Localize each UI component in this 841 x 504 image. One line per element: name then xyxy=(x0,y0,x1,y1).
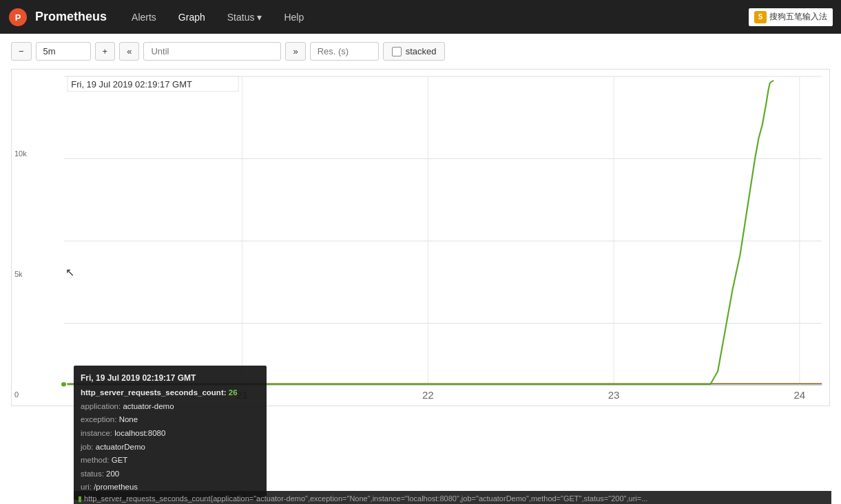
tooltip-val-instance: localhost:8080 xyxy=(114,429,165,437)
tooltip-field-instance: instance: localhost:8080 xyxy=(81,427,260,441)
svg-text:Fri, 19 Jul 2019 02:19:17 GMT: Fri, 19 Jul 2019 02:19:17 GMT xyxy=(71,80,192,89)
minus-button[interactable]: − xyxy=(11,42,32,61)
ime-badge: S 搜狗五笔输入法 xyxy=(749,8,833,26)
tooltip-field-application: application: actuator-demo xyxy=(81,400,260,414)
tooltip-key-uri: uri: xyxy=(81,483,94,491)
legend-rows: ▮ http_server_requests_seconds_count{app… xyxy=(74,491,831,504)
svg-text:24: 24 xyxy=(793,390,805,401)
forward-button[interactable]: » xyxy=(285,42,305,61)
stacked-label[interactable]: stacked xyxy=(383,42,446,61)
legend-row-0: ▮ http_server_requests_seconds_count{app… xyxy=(78,492,827,504)
y-label-5k: 5k xyxy=(14,270,23,278)
svg-text:22: 22 xyxy=(422,390,434,401)
nav-status[interactable]: Status ▾ xyxy=(223,9,267,25)
chart-svg: 21 22 23 24 Fri, 19 Jul 2019 02:19:17 GM… xyxy=(12,70,829,406)
svg-point-17 xyxy=(61,381,67,387)
brand-text: Prometheus xyxy=(35,9,107,23)
tooltip-val-method: GET xyxy=(112,456,128,464)
brand: P Prometheus xyxy=(8,8,107,27)
navbar: P Prometheus Alerts Graph Status ▾ Help … xyxy=(0,0,841,34)
resolution-input[interactable] xyxy=(310,42,379,61)
duration-input[interactable] xyxy=(36,42,91,61)
tooltip-field-job: job: actuatorDemo xyxy=(81,441,260,454)
tooltip-key-application: application: xyxy=(81,402,123,410)
nav-graph[interactable]: Graph xyxy=(174,9,209,25)
nav-alerts[interactable]: Alerts xyxy=(127,9,160,25)
tooltip-val-job: actuatorDemo xyxy=(96,443,145,451)
y-label-10k: 10k xyxy=(14,149,27,158)
tooltip-field-method: method: GET xyxy=(81,454,260,468)
tooltip: Fri, 19 Jul 2019 02:19:17 GMT http_serve… xyxy=(74,366,267,500)
nav-status-label: Status xyxy=(227,12,255,23)
tooltip-metric-name: http_server_requests_seconds_count: xyxy=(81,388,227,397)
tooltip-val-application: actuator-demo xyxy=(123,402,174,410)
toolbar: − + « » stacked xyxy=(11,42,830,61)
tooltip-metric-line: http_server_requests_seconds_count: 26 xyxy=(81,386,260,400)
main-content: − + « » stacked 0 5k 10k ↖ xyxy=(0,34,841,504)
prometheus-logo-icon: P xyxy=(8,8,28,27)
ime-label: 搜狗五笔输入法 xyxy=(769,11,827,23)
tooltip-key-method: method: xyxy=(81,456,112,464)
chevron-down-icon: ▾ xyxy=(257,12,262,23)
svg-text:P: P xyxy=(15,12,21,23)
stacked-text: stacked xyxy=(406,46,437,56)
tooltip-key-exception: exception: xyxy=(81,415,119,423)
until-input[interactable] xyxy=(143,42,281,61)
legend-label-0: http_server_requests_seconds_count{appli… xyxy=(84,494,647,503)
tooltip-key-instance: instance: xyxy=(81,429,114,437)
tooltip-date: Fri, 19 Jul 2019 02:19:17 GMT xyxy=(81,371,260,385)
stacked-checkbox[interactable] xyxy=(392,47,402,56)
svg-text:23: 23 xyxy=(608,390,620,401)
tooltip-field-status: status: 200 xyxy=(81,468,260,481)
tooltip-val-exception: None xyxy=(119,415,138,423)
chart-container: 0 5k 10k ↖ 21 22 23 24 xyxy=(11,69,830,406)
y-label-0: 0 xyxy=(14,390,19,399)
tooltip-val-uri: /prometheus xyxy=(94,483,138,491)
nav-help[interactable]: Help xyxy=(280,9,308,25)
tooltip-key-job: job: xyxy=(81,443,96,451)
plus-button[interactable]: + xyxy=(95,42,116,61)
tooltip-key-status: status: xyxy=(81,470,106,478)
tooltip-field-exception: exception: None xyxy=(81,413,260,427)
tooltip-metric-value: 26 xyxy=(229,388,238,397)
tooltip-val-status: 200 xyxy=(106,470,119,478)
ime-icon: S xyxy=(754,11,767,23)
rewind-button[interactable]: « xyxy=(119,42,139,61)
